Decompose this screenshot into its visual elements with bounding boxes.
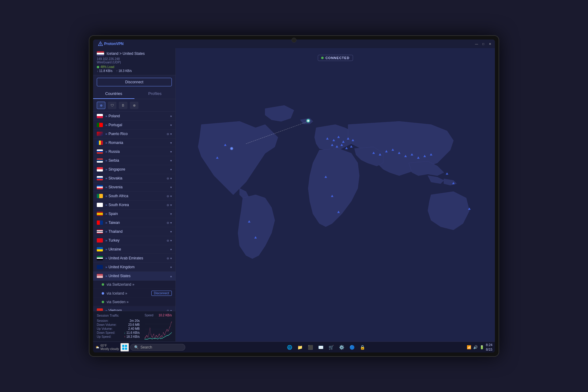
- tray-battery-icon[interactable]: 🔋: [480, 345, 484, 349]
- stats-row-up-speed: Up Speed: ↑ 18.3 KB/s: [97, 335, 140, 338]
- maximize-button[interactable]: □: [481, 41, 486, 46]
- tray-volume-icon[interactable]: 🔊: [473, 345, 478, 349]
- chart-speed-title: Speed: [145, 314, 153, 317]
- country-item-taiwan[interactable]: » Taiwan ⊖ ▾: [93, 218, 175, 227]
- sub-disconnect-iceland[interactable]: Disconnect: [151, 291, 172, 296]
- sidebar: Iceland > United States 149.102.226.248 …: [93, 48, 176, 341]
- chevron-thailand: ▾: [170, 230, 172, 233]
- win-square-4: [125, 348, 127, 350]
- country-item-uae[interactable]: » United Arab Emirates ⊖ ▾: [93, 254, 175, 263]
- name-thailand: Thailand: [108, 229, 170, 234]
- taskbar-app-vpn[interactable]: 🔒: [357, 342, 367, 352]
- value-down-speed: ↓ 11.6 KB/s: [124, 331, 140, 334]
- country-item-poland[interactable]: » Poland ▾: [93, 112, 175, 121]
- flag-portugal: [97, 123, 103, 127]
- country-item-serbia[interactable]: » Serbia ▾: [93, 156, 175, 165]
- stats-bar: Session Traffic Session: 2m 20s Down Vol…: [93, 311, 175, 341]
- taskbar-app-chrome[interactable]: 🔵: [347, 342, 357, 352]
- flag-ukraine: [97, 247, 103, 251]
- taskbar-app-files[interactable]: 📁: [295, 342, 305, 352]
- proton-vpn-logo: ProtonVPN: [98, 41, 123, 46]
- arrows-south-korea: »: [105, 203, 107, 207]
- name-portugal: Portugal: [108, 123, 170, 127]
- proton-logo-area: ProtonVPN: [96, 41, 123, 46]
- taskbar: ⛅ 60°F Mostly cloudy 🔍 Search: [93, 341, 495, 352]
- taskbar-search[interactable]: 🔍 Search: [130, 344, 185, 351]
- filter-tor-button[interactable]: ⊕: [130, 102, 138, 109]
- badge-slovakia: ⊖: [167, 177, 169, 180]
- chevron-ukraine: ▾: [170, 248, 172, 251]
- connection-ip: 149.102.226.248: [97, 57, 172, 61]
- name-taiwan: Taiwan: [108, 221, 167, 225]
- taskbar-app-store[interactable]: 🛒: [326, 342, 336, 352]
- country-item-turkey[interactable]: » Turkey ⊖ ▾: [93, 236, 175, 245]
- tab-row: Countries Profiles: [93, 89, 175, 99]
- arrows-serbia: »: [105, 159, 107, 162]
- sub-item-switzerland[interactable]: via Switzerland »: [93, 281, 175, 289]
- country-item-thailand[interactable]: » Thailand ▾: [93, 227, 175, 236]
- sub-item-sweden[interactable]: via Sweden »: [93, 298, 175, 306]
- country-item-south-africa[interactable]: » South Africa ⊖ ▾: [93, 192, 175, 201]
- taskbar-app-terminal[interactable]: ⬛: [305, 342, 315, 352]
- connection-header: Iceland > United States 149.102.226.248 …: [93, 48, 175, 75]
- name-south-africa: South Africa: [108, 194, 167, 198]
- arrows-russia: »: [105, 150, 107, 153]
- sub-label-switzerland: via Switzerland »: [107, 282, 172, 287]
- chevron-uk: ▾: [170, 266, 172, 269]
- tray-network-icon[interactable]: 📶: [467, 345, 471, 349]
- minimize-button[interactable]: —: [474, 41, 479, 46]
- country-item-ukraine[interactable]: » Ukraine ▾: [93, 245, 175, 254]
- badge-puerto-rico: ⊖: [167, 132, 169, 136]
- name-russia: Russia: [108, 149, 170, 154]
- country-item-us[interactable]: » United States ▴: [93, 272, 175, 281]
- badge-vietnam: ⊖: [167, 309, 169, 311]
- flag-poland: [97, 114, 103, 118]
- country-item-romania[interactable]: » Romania ▾: [93, 138, 175, 147]
- country-item-vietnam[interactable]: » Vietnam ⊖ ▾: [93, 306, 175, 311]
- country-item-slovenia[interactable]: » Slovenia ▾: [93, 183, 175, 192]
- chevron-south-korea: ▾: [170, 203, 172, 207]
- tab-countries[interactable]: Countries: [93, 89, 134, 99]
- flag-south-africa: [97, 194, 103, 198]
- filter-all-button[interactable]: ⊕: [97, 102, 105, 109]
- label-down-volume: Down Volume:: [97, 323, 116, 326]
- main-area: Iceland > United States 149.102.226.248 …: [93, 48, 495, 341]
- chevron-slovakia: ▾: [170, 177, 172, 180]
- taskbar-app-mail[interactable]: ✉️: [316, 342, 326, 352]
- flag-uae: [97, 256, 103, 260]
- disconnect-button[interactable]: Disconnect: [97, 78, 172, 86]
- country-item-spain[interactable]: » Spain ▾: [93, 209, 175, 218]
- taskbar-app-settings[interactable]: ⚙️: [337, 342, 346, 352]
- country-item-slovakia[interactable]: » Slovakia ⊖ ▾: [93, 174, 175, 183]
- country-item-south-korea[interactable]: » South Korea ⊖ ▾: [93, 201, 175, 209]
- tab-profiles[interactable]: Profiles: [134, 89, 176, 99]
- map-area: CONNECTED: [176, 48, 495, 341]
- country-item-singapore[interactable]: » Singapore ▾: [93, 165, 175, 174]
- label-up-speed: Up Speed:: [97, 335, 111, 338]
- win-square-1: [122, 345, 124, 347]
- name-slovakia: Slovakia: [108, 176, 167, 180]
- flag-taiwan: [97, 221, 103, 225]
- label-session: Session:: [97, 319, 108, 322]
- flag-serbia: [97, 158, 103, 163]
- clock-time: 8:24: [486, 343, 492, 347]
- windows-logo: [122, 345, 127, 350]
- filter-secure-core-button[interactable]: 🛡: [108, 102, 116, 109]
- name-slovenia: Slovenia: [108, 185, 170, 189]
- country-item-uk[interactable]: » United Kingdom ▾: [93, 263, 175, 272]
- taskbar-app-edge[interactable]: 🌐: [285, 342, 294, 352]
- start-button[interactable]: [120, 343, 129, 352]
- arrows-slovenia: »: [105, 185, 107, 189]
- country-item-puerto-rico[interactable]: » Puerto Rico ⊖ ▾: [93, 130, 175, 138]
- name-ukraine: Ukraine: [108, 247, 170, 251]
- taskbar-apps: 🌐 📁 ⬛ ✉️ 🛒 ⚙️ 🔵 🔒: [187, 342, 466, 352]
- filter-b-button[interactable]: B: [119, 102, 127, 109]
- load-dot: [97, 66, 99, 68]
- weather-icon: ⛅: [96, 345, 99, 349]
- sub-item-iceland[interactable]: via Iceland » Disconnect: [93, 289, 175, 298]
- close-button[interactable]: ✕: [488, 41, 492, 46]
- flag-singapore: [97, 167, 103, 172]
- country-item-portugal[interactable]: » Portugal ▾: [93, 121, 175, 130]
- svg-point-11: [307, 120, 309, 122]
- country-item-russia[interactable]: » Russia ▾: [93, 147, 175, 156]
